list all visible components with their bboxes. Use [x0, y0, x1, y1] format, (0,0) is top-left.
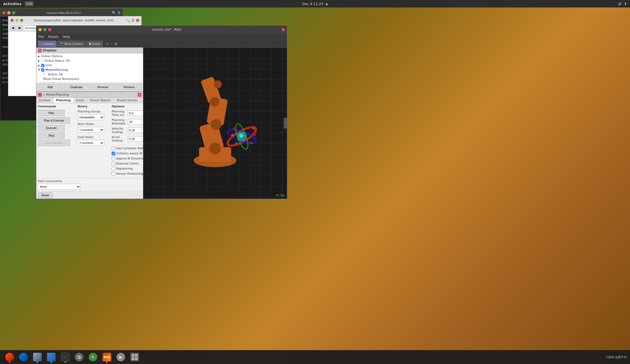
- tree-item-status-ok[interactable]: ✓ Status: Ok: [37, 72, 142, 77]
- start-state-select[interactable]: <<current>: [77, 127, 104, 133]
- plan-execute-button[interactable]: Plan & Execute: [38, 117, 70, 124]
- add-display-button[interactable]: Add: [37, 84, 63, 90]
- taskbar-app-firefox[interactable]: [3, 351, 16, 363]
- terminal-close-button[interactable]: [2, 11, 6, 14]
- thunderbird-icon: [19, 353, 28, 361]
- taskbar-app-thunderbird[interactable]: [17, 351, 30, 363]
- path-constraints-select[interactable]: None: [38, 184, 81, 190]
- external-comm-checkbox[interactable]: [112, 162, 115, 165]
- tab-planning[interactable]: Planning: [53, 98, 73, 103]
- replanning-checkbox[interactable]: [112, 167, 115, 170]
- tab-scene-objects[interactable]: Scene Objects: [87, 98, 114, 103]
- filebrowser-titlebar: /home/juniper/catkin_ws/src/abb/abb_irb2…: [8, 16, 141, 24]
- planning-attempts-label: Planning Attempts:: [112, 118, 127, 125]
- approx-ik-checkbox[interactable]: [112, 157, 115, 160]
- taskbar-app-grid[interactable]: [128, 351, 141, 363]
- mp-close-button[interactable]: [38, 93, 42, 97]
- tab-stored-s[interactable]: Stored S: [141, 98, 143, 103]
- filebrowser-menu-icon[interactable]: ☰: [131, 18, 134, 22]
- svg-point-16: [239, 134, 243, 138]
- top-bar-left: Activities rviz: [3, 1, 34, 6]
- tree-item-grid[interactable]: ▶ Grid: [37, 63, 142, 68]
- taskbar-app-updates[interactable]: ↻: [87, 351, 99, 363]
- accel-scaling-input[interactable]: [128, 136, 143, 142]
- reset-bar: Reset: [36, 191, 143, 199]
- mp-expand-icon: ⚏: [43, 93, 45, 96]
- terminal-minimize-button[interactable]: [7, 11, 10, 14]
- rviz-maximize-button[interactable]: [43, 28, 46, 31]
- network-icon[interactable]: ⬆: [624, 2, 627, 6]
- grid-checkbox[interactable]: [41, 64, 44, 67]
- rviz-close-button[interactable]: [48, 28, 51, 31]
- tree-item-global-status[interactable]: ▶ ✓ Global Status: Ok: [37, 58, 142, 63]
- remove-display-button[interactable]: Remove: [90, 84, 116, 90]
- interact-button[interactable]: ↔ Interact: [38, 41, 56, 47]
- toolbar-minus-icon[interactable]: −: [110, 42, 113, 46]
- mp-options-column: Options Planning Time (s): ▲ Planning At…: [112, 105, 143, 176]
- move-camera-button[interactable]: 📷 Move Camera: [57, 41, 85, 47]
- motion-planning-checkbox[interactable]: [41, 68, 44, 72]
- rviz-menu-help[interactable]: Help: [63, 35, 70, 39]
- execute-button[interactable]: Execute: [38, 125, 65, 131]
- activities-button[interactable]: Activities: [3, 2, 22, 6]
- rviz-menu-file[interactable]: File: [38, 35, 44, 39]
- taskbar-app-files[interactable]: [31, 351, 44, 363]
- rviz-x-button[interactable]: [282, 28, 285, 31]
- tab-joints[interactable]: Joints: [74, 98, 87, 103]
- rename-display-button[interactable]: Rename: [116, 84, 142, 90]
- volume-icon[interactable]: 🔊: [618, 2, 622, 6]
- toolbar-settings-icon[interactable]: ⚙: [114, 42, 118, 46]
- filebrowser-maximize-button[interactable]: [20, 19, 23, 22]
- taskbar-app-dvd[interactable]: ▶: [114, 351, 127, 363]
- displays-close-button[interactable]: ×: [38, 49, 42, 52]
- planning-group-select[interactable]: manipulator: [77, 114, 104, 120]
- plan-button[interactable]: Plan: [38, 110, 65, 116]
- tree-item-global-options[interactable]: ▶ Global Options: [37, 54, 142, 58]
- rviz-minimize-button[interactable]: [38, 28, 42, 31]
- planning-time-input[interactable]: [128, 111, 143, 116]
- tree-item-move-group-ns[interactable]: Move Group Namespace: [37, 77, 142, 81]
- select-button[interactable]: ▣ Select: [86, 41, 103, 47]
- terminal-maximize-button[interactable]: [12, 11, 15, 14]
- taskbar-app-writer[interactable]: [45, 351, 58, 363]
- use-cartesian-path-checkbox[interactable]: [112, 147, 115, 150]
- filebrowser-close-button[interactable]: [10, 19, 14, 22]
- files-icon: [33, 353, 42, 361]
- rviz-left-panel: × Displays ▶ Global Options ▶ ✓ Global S…: [36, 48, 143, 199]
- tree-item-motion-planning[interactable]: ▼ MotionPlanning: [37, 68, 142, 72]
- clear-octomap-button[interactable]: Clear octomap: [38, 140, 70, 146]
- accel-scaling-row: Accel. Scaling: ▲: [112, 135, 143, 142]
- planning-group-label: Planning Group:: [77, 110, 104, 113]
- planning-attempts-input[interactable]: [128, 119, 143, 124]
- tab-stored-scenes[interactable]: Stored Scenes: [114, 98, 141, 103]
- rviz-3d-viewport[interactable]: › 31 fps: [143, 48, 287, 199]
- filebrowser-minimize-button[interactable]: [15, 19, 18, 22]
- filebrowser-search-icon[interactable]: 🔍: [126, 18, 130, 22]
- mp-x-button[interactable]: ×: [138, 93, 141, 97]
- collision-aware-ik-checkbox[interactable]: [112, 152, 115, 155]
- planning-time-label: Planning Time (s):: [112, 110, 127, 117]
- rviz-icon: RViz: [103, 353, 111, 361]
- sensor-positioning-checkbox[interactable]: [112, 172, 115, 175]
- goal-state-select[interactable]: <<current>: [77, 140, 104, 146]
- options-spacer: [112, 144, 143, 146]
- taskbar-app-settings[interactable]: ⚙: [73, 351, 85, 363]
- velocity-scaling-label: Velocity Scaling:: [112, 127, 127, 134]
- viewport-collapse-handle[interactable]: ›: [284, 118, 287, 128]
- rviz-menu-panels[interactable]: Panels: [48, 35, 59, 39]
- filebrowser-x-button[interactable]: [136, 19, 139, 22]
- cartesian-path-row: Use Cartesian Path: [112, 147, 143, 150]
- terminal-search-icon[interactable]: 🔍: [112, 11, 116, 15]
- taskbar-app-rviz[interactable]: RViz: [100, 351, 113, 363]
- taskbar-app-terminal[interactable]: >_: [59, 351, 72, 363]
- velocity-scaling-input[interactable]: [128, 128, 143, 133]
- reset-button[interactable]: Reset: [38, 192, 53, 198]
- toolbar-plus-icon[interactable]: +: [106, 42, 109, 46]
- terminal-menu-icon[interactable]: ☰: [118, 11, 120, 15]
- duplicate-display-button[interactable]: Duplicate: [64, 84, 89, 90]
- filebrowser-back-button[interactable]: ◀: [10, 25, 16, 31]
- stop-button[interactable]: Stop: [38, 132, 65, 139]
- tab-context[interactable]: Context: [36, 98, 53, 103]
- svg-point-11: [214, 80, 222, 88]
- filebrowser-forward-button[interactable]: ▶: [17, 25, 23, 31]
